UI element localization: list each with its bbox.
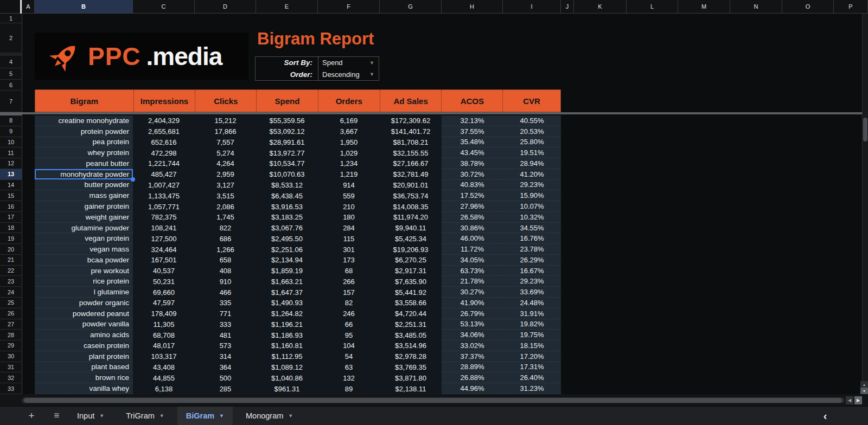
column-header-L[interactable]: L	[627, 0, 678, 13]
data-cell[interactable]: 29.23%	[503, 180, 561, 191]
bigram-cell[interactable]: monohydrate powder	[35, 169, 133, 180]
data-cell[interactable]: $2,495.50	[256, 233, 318, 244]
row-header-16[interactable]: 16	[0, 201, 22, 212]
bigram-cell[interactable]: protein powder	[35, 126, 133, 137]
data-cell[interactable]: 180	[318, 212, 380, 223]
data-cell[interactable]: 29.23%	[503, 276, 561, 287]
data-cell[interactable]: 16.67%	[503, 266, 561, 276]
data-cell[interactable]: $32,781.49	[380, 169, 442, 180]
row-header-18[interactable]: 18	[0, 223, 22, 234]
column-title-cvr[interactable]: CVR	[502, 90, 560, 112]
column-header-H[interactable]: H	[442, 0, 503, 13]
data-cell[interactable]: 68	[318, 266, 380, 276]
data-cell[interactable]: 25.80%	[503, 137, 561, 148]
data-cell[interactable]: $6,270.25	[380, 255, 442, 266]
data-cell[interactable]: $3,514.96	[380, 340, 442, 351]
data-cell[interactable]: 20.53%	[503, 126, 561, 137]
data-cell[interactable]: 41.20%	[503, 169, 561, 180]
scroll-down-button[interactable]: ▼	[860, 388, 868, 394]
data-cell[interactable]: 18.15%	[503, 340, 561, 351]
data-cell[interactable]: 26.88%	[442, 372, 503, 383]
row-header-4[interactable]: 4	[0, 55, 22, 68]
data-cell[interactable]: 26.40%	[503, 372, 561, 383]
data-cell[interactable]: $3,183.25	[256, 212, 318, 223]
data-cell[interactable]: 63.73%	[442, 266, 503, 276]
data-cell[interactable]: 1,029	[318, 147, 380, 158]
data-cell[interactable]: 6,138	[133, 383, 195, 394]
data-cell[interactable]: 37.55%	[442, 126, 503, 137]
data-cell[interactable]: $1,186.93	[256, 330, 318, 340]
bigram-cell[interactable]: plant protein	[35, 351, 133, 362]
data-cell[interactable]: $2,138.11	[380, 383, 442, 394]
column-header-N[interactable]: N	[730, 0, 782, 13]
data-cell[interactable]: $1,859.19	[256, 266, 318, 276]
data-cell[interactable]: 10.07%	[503, 201, 561, 212]
data-cell[interactable]: 40.83%	[442, 180, 503, 191]
data-cell[interactable]: $9,940.11	[380, 223, 442, 234]
data-cell[interactable]: 37.37%	[442, 351, 503, 362]
data-cell[interactable]: 43,408	[133, 362, 195, 373]
data-cell[interactable]: 108,241	[133, 223, 195, 234]
data-cell[interactable]: 1,266	[195, 244, 256, 255]
data-cell[interactable]: 173	[318, 255, 380, 266]
data-cell[interactable]: 34.55%	[503, 223, 561, 234]
column-header-E[interactable]: E	[256, 0, 318, 13]
data-cell[interactable]: 24.48%	[503, 298, 561, 308]
data-cell[interactable]: $53,092.12	[256, 126, 318, 137]
data-cell[interactable]: 284	[318, 223, 380, 234]
row-header-8[interactable]: 8	[0, 115, 22, 126]
data-cell[interactable]: 16.76%	[503, 233, 561, 244]
data-cell[interactable]: 573	[195, 340, 256, 351]
horizontal-scrollbar-track[interactable]	[22, 397, 845, 403]
column-header-K[interactable]: K	[574, 0, 627, 13]
bigram-cell[interactable]: powder organic	[35, 298, 133, 308]
data-cell[interactable]: 104	[318, 340, 380, 351]
data-cell[interactable]: $2,251.31	[380, 319, 442, 330]
data-cell[interactable]: 27.96%	[442, 201, 503, 212]
row-header-15[interactable]: 15	[0, 190, 22, 201]
data-cell[interactable]: $1,647.37	[256, 287, 318, 298]
data-cell[interactable]: 285	[195, 383, 256, 394]
data-cell[interactable]: $3,067.76	[256, 223, 318, 234]
sort-by-dropdown[interactable]: Spend ▼	[318, 57, 379, 69]
row-header-11[interactable]: 11	[0, 147, 22, 158]
column-title-orders[interactable]: Orders	[318, 90, 380, 112]
column-title-spend[interactable]: Spend	[256, 90, 318, 112]
data-cell[interactable]: $141,401.72	[380, 126, 442, 137]
data-cell[interactable]: $6,438.45	[256, 190, 318, 201]
bigram-cell[interactable]: bcaa powder	[35, 255, 133, 266]
data-cell[interactable]: 68,708	[133, 330, 195, 340]
data-cell[interactable]: 48,017	[133, 340, 195, 351]
tab-monogram[interactable]: Monogram▼	[237, 407, 302, 425]
data-cell[interactable]: 34.06%	[442, 330, 503, 340]
data-cell[interactable]: 132	[318, 372, 380, 383]
data-cell[interactable]: 11,305	[133, 319, 195, 330]
data-cell[interactable]: 53.13%	[442, 319, 503, 330]
data-cell[interactable]: 38.78%	[442, 158, 503, 169]
data-cell[interactable]: $7,635.90	[380, 276, 442, 287]
column-title-impressions[interactable]: Impressions	[133, 90, 195, 112]
data-cell[interactable]: 103,317	[133, 351, 195, 362]
data-cell[interactable]: $3,916.53	[256, 201, 318, 212]
data-cell[interactable]: $14,008.35	[380, 201, 442, 212]
row-header-22[interactable]: 22	[0, 266, 22, 276]
data-cell[interactable]: $3,558.66	[380, 298, 442, 308]
bigram-cell[interactable]: gainer protein	[35, 201, 133, 212]
data-cell[interactable]: 17.31%	[503, 362, 561, 373]
row-header-32[interactable]: 32	[0, 372, 22, 383]
bigram-cell[interactable]: peanut butter	[35, 158, 133, 169]
row-header-19[interactable]: 19	[0, 233, 22, 244]
data-cell[interactable]: 3,127	[195, 180, 256, 191]
data-cell[interactable]: $2,251.06	[256, 244, 318, 255]
bigram-cell[interactable]: vanilla whey	[35, 383, 133, 394]
row-header-20[interactable]: 20	[0, 244, 22, 255]
data-cell[interactable]: 7,557	[195, 137, 256, 148]
bigram-cell[interactable]: plant based	[35, 362, 133, 373]
data-cell[interactable]: 28.94%	[503, 158, 561, 169]
data-cell[interactable]: 301	[318, 244, 380, 255]
data-cell[interactable]: 2,655,681	[133, 126, 195, 137]
data-cell[interactable]: 40.55%	[503, 115, 561, 126]
data-cell[interactable]: 63	[318, 362, 380, 373]
data-cell[interactable]: 335	[195, 298, 256, 308]
data-cell[interactable]: 11.72%	[442, 244, 503, 255]
